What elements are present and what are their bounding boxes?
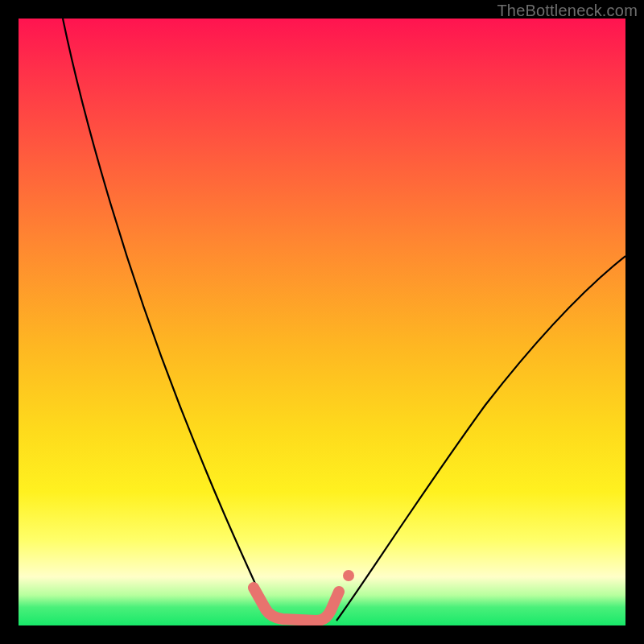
- left-curve: [63, 19, 276, 621]
- ppd-squiggle: [254, 588, 339, 621]
- chart-frame: TheBottleneck.com: [0, 0, 644, 644]
- ppd-dot: [343, 570, 354, 581]
- chart-svg: [19, 19, 625, 625]
- watermark-text: TheBottleneck.com: [497, 2, 638, 20]
- plot-area: [19, 19, 625, 625]
- right-curve: [336, 256, 625, 621]
